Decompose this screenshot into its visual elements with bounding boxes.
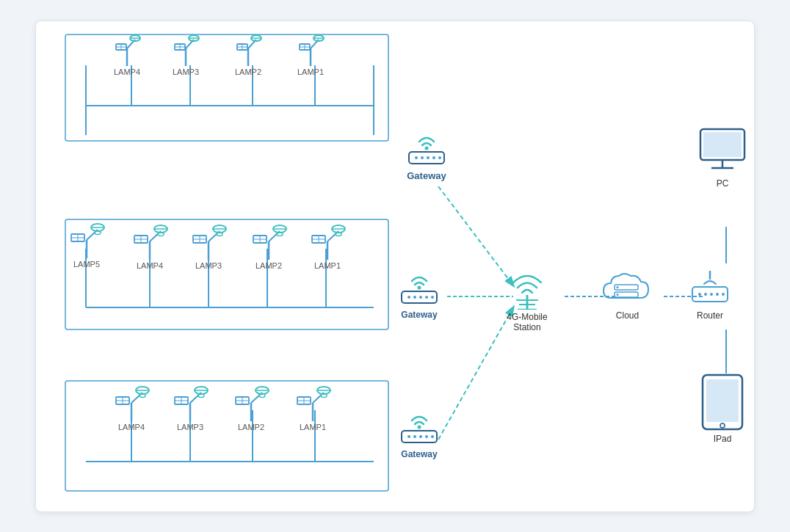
lamp-top-3-icon — [172, 32, 200, 66]
svg-point-133 — [259, 393, 265, 397]
svg-rect-165 — [703, 132, 742, 157]
lamp-top-3: LAMP3 — [172, 32, 200, 76]
svg-point-161 — [710, 293, 713, 296]
svg-point-170 — [720, 423, 725, 428]
lamp-mid-5: LAMP5 — [68, 218, 105, 269]
svg-point-144 — [407, 435, 410, 438]
svg-point-105 — [407, 296, 410, 299]
lamp-top-4-label: LAMP4 — [114, 68, 140, 76]
lamp-bot-1-icon — [294, 381, 331, 421]
svg-point-160 — [704, 293, 707, 296]
svg-point-61 — [432, 156, 435, 159]
lamp-mid-1: LAMP1 — [309, 219, 346, 270]
svg-point-62 — [438, 156, 441, 159]
lamp-mid-2-icon — [250, 219, 287, 260]
gateway-middle-icon — [396, 271, 443, 307]
svg-point-145 — [413, 435, 416, 438]
lamp-mid-3: LAMP3 — [190, 219, 227, 270]
svg-point-70 — [95, 230, 101, 234]
svg-point-58 — [415, 156, 418, 159]
lamp-top-4: LAMP4 — [113, 32, 141, 76]
lamp-bot-1: LAMP1 — [294, 381, 331, 431]
svg-point-107 — [419, 296, 422, 299]
router-label: Router — [697, 310, 723, 321]
gateway-top-label: Gateway — [407, 170, 446, 181]
lamp-top-3-label: LAMP3 — [173, 68, 199, 76]
svg-point-103 — [418, 285, 421, 289]
lamp-bot-4-icon — [113, 381, 150, 421]
lamp-top-1: LAMP1 — [297, 32, 325, 76]
lamp-mid-3-icon — [190, 219, 227, 260]
svg-point-94 — [277, 232, 283, 236]
4g-station-icon — [506, 262, 548, 310]
gateway-bottom-label: Gateway — [401, 449, 437, 459]
lamp-bot-3-label: LAMP3 — [177, 423, 203, 431]
lamp-mid-4-icon — [131, 219, 168, 260]
cloud-icon — [600, 267, 655, 307]
lamp-top-1-icon — [297, 32, 325, 66]
lamp-bot-1-label: LAMP1 — [300, 423, 326, 431]
svg-rect-169 — [706, 379, 739, 422]
lamp-mid-3-label: LAMP3 — [195, 261, 222, 270]
svg-point-159 — [698, 293, 701, 296]
diagram-container: LAMP4 LAMP3 LAMP2 — [35, 21, 755, 512]
lamp-bot-2-label: LAMP2 — [238, 423, 264, 431]
svg-point-102 — [336, 232, 341, 236]
svg-point-109 — [431, 296, 434, 299]
svg-point-163 — [722, 293, 725, 296]
lamp-top-2-icon — [234, 32, 262, 66]
gateway-top-icon — [403, 131, 450, 168]
gateway-bottom: Gateway — [396, 410, 443, 459]
lamp-top-2: LAMP2 — [234, 32, 262, 76]
gateway-middle-label: Gateway — [401, 310, 437, 320]
svg-point-117 — [139, 393, 145, 397]
pc-icon — [697, 128, 748, 175]
lamp-mid-5-label: LAMP5 — [73, 260, 100, 269]
lamp-bot-4: LAMP4 — [113, 381, 150, 431]
lamp-mid-1-label: LAMP1 — [314, 261, 341, 270]
lamp-bot-3: LAMP3 — [172, 381, 209, 431]
4g-station-label: 4G-MobileStation — [507, 312, 547, 332]
lamp-mid-2: LAMP2 — [250, 219, 287, 270]
svg-point-60 — [427, 156, 430, 159]
svg-point-154 — [617, 286, 619, 288]
lamp-bot-3-icon — [172, 381, 209, 421]
svg-point-108 — [425, 296, 428, 299]
router-node: Router — [688, 271, 732, 321]
ipad-label: IPad — [714, 434, 732, 444]
svg-point-125 — [198, 393, 204, 397]
4g-mobile-station: 4G-MobileStation — [506, 262, 548, 332]
svg-line-21 — [438, 186, 513, 285]
lamp-bot-4-label: LAMP4 — [118, 423, 145, 431]
cloud-node: Cloud — [600, 267, 655, 321]
cloud-label: Cloud — [616, 310, 639, 321]
lamp-mid-2-label: LAMP2 — [256, 261, 282, 270]
svg-point-56 — [425, 146, 429, 150]
lamp-bot-2-icon — [233, 381, 269, 421]
ipad-icon — [700, 374, 745, 431]
svg-point-147 — [425, 435, 428, 438]
svg-point-59 — [421, 156, 424, 159]
svg-point-106 — [413, 296, 416, 299]
lamp-top-4-icon — [113, 32, 141, 66]
svg-point-142 — [418, 425, 421, 429]
lamp-bot-2: LAMP2 — [233, 381, 269, 431]
svg-point-141 — [321, 393, 327, 397]
pc-node: PC — [697, 128, 748, 189]
lamp-mid-1-icon — [309, 219, 346, 260]
ipad-node: IPad — [700, 374, 745, 444]
svg-line-22 — [438, 307, 513, 440]
svg-point-146 — [419, 435, 422, 438]
svg-point-86 — [217, 232, 222, 236]
lamp-mid-5-icon — [68, 218, 105, 258]
svg-point-162 — [716, 293, 719, 296]
lamp-top-2-label: LAMP2 — [235, 68, 261, 76]
router-icon — [688, 271, 732, 307]
gateway-middle: Gateway — [396, 271, 443, 320]
lamp-top-1-label: LAMP1 — [297, 68, 324, 76]
svg-point-156 — [617, 294, 619, 296]
svg-point-78 — [158, 232, 164, 236]
lamp-mid-4-label: LAMP4 — [137, 261, 163, 270]
gateway-bottom-icon — [396, 410, 443, 447]
pc-label: PC — [717, 178, 729, 189]
